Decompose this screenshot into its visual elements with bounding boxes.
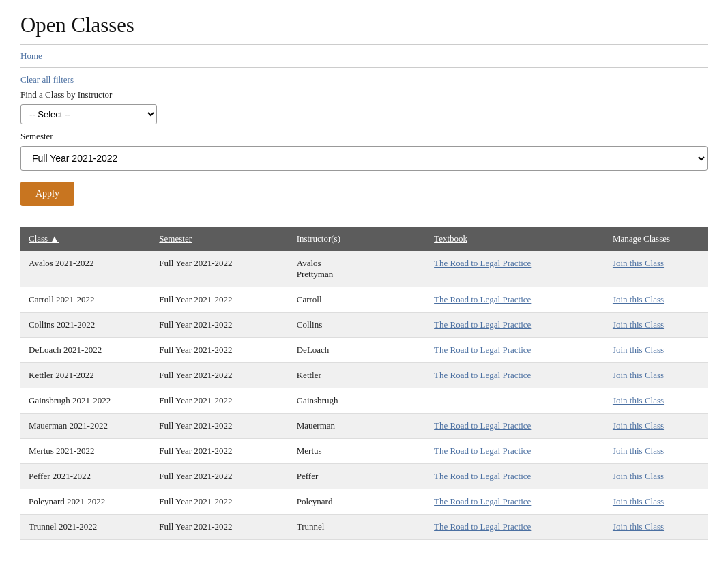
textbook-link[interactable]: The Road to Legal Practice: [434, 471, 531, 481]
cell-class: Collins 2021-2022: [20, 313, 151, 338]
col-header-class: Class ▲: [20, 227, 151, 251]
cell-class: Kettler 2021-2022: [20, 363, 151, 388]
cell-semester: Full Year 2021-2022: [151, 515, 288, 540]
cell-textbook: The Road to Legal Practice: [426, 515, 605, 540]
table-row: Avalos 2021-2022Full Year 2021-2022Avalo…: [20, 251, 708, 287]
cell-manage: Join this Class: [605, 363, 708, 388]
table-header: Class ▲ Semester Instructor(s) Textbook …: [20, 227, 708, 251]
cell-manage: Join this Class: [605, 338, 708, 363]
cell-semester: Full Year 2021-2022: [151, 338, 288, 363]
find-label: Find a Class by Instructor: [20, 89, 708, 100]
cell-textbook: The Road to Legal Practice: [426, 489, 605, 515]
cell-semester: Full Year 2021-2022: [151, 439, 288, 464]
join-class-link[interactable]: Join this Class: [613, 258, 664, 268]
col-header-textbook: Textbook: [426, 227, 605, 251]
cell-semester: Full Year 2021-2022: [151, 287, 288, 313]
cell-instructor: DeLoach: [289, 338, 426, 363]
cell-manage: Join this Class: [605, 464, 708, 489]
cell-semester: Full Year 2021-2022: [151, 388, 288, 414]
cell-textbook: The Road to Legal Practice: [426, 287, 605, 313]
col-header-manage: Manage Classes: [605, 227, 708, 251]
join-class-link[interactable]: Join this Class: [613, 370, 664, 380]
table-row: Carroll 2021-2022Full Year 2021-2022Carr…: [20, 287, 708, 313]
cell-instructor: Gainsbrugh: [289, 388, 426, 414]
col-sort-semester[interactable]: Semester: [159, 233, 192, 244]
cell-instructor: Kettler: [289, 363, 426, 388]
cell-instructor: Carroll: [289, 287, 426, 313]
cell-class: Mauerman 2021-2022: [20, 414, 151, 439]
cell-textbook: The Road to Legal Practice: [426, 251, 605, 287]
cell-textbook: The Road to Legal Practice: [426, 414, 605, 439]
cell-manage: Join this Class: [605, 439, 708, 464]
join-class-link[interactable]: Join this Class: [613, 395, 664, 405]
apply-button[interactable]: Apply: [20, 182, 74, 206]
semester-label: Semester: [20, 131, 708, 142]
table-row: Trunnel 2021-2022Full Year 2021-2022Trun…: [20, 515, 708, 540]
cell-manage: Join this Class: [605, 388, 708, 414]
semester-select[interactable]: Full Year 2021-2022: [20, 146, 708, 171]
table-row: Kettler 2021-2022Full Year 2021-2022Kett…: [20, 363, 708, 388]
cell-semester: Full Year 2021-2022: [151, 489, 288, 515]
cell-textbook: The Road to Legal Practice: [426, 363, 605, 388]
cell-semester: Full Year 2021-2022: [151, 363, 288, 388]
cell-manage: Join this Class: [605, 313, 708, 338]
cell-manage: Join this Class: [605, 414, 708, 439]
textbook-link[interactable]: The Road to Legal Practice: [434, 446, 531, 456]
page-title: Open Classes: [20, 14, 708, 38]
cell-instructor: Poleynard: [289, 489, 426, 515]
cell-instructor: Mauerman: [289, 414, 426, 439]
cell-instructor: Trunnel: [289, 515, 426, 540]
join-class-link[interactable]: Join this Class: [613, 345, 664, 355]
cell-class: Trunnel 2021-2022: [20, 515, 151, 540]
cell-manage: Join this Class: [605, 489, 708, 515]
textbook-link[interactable]: The Road to Legal Practice: [434, 345, 531, 355]
textbook-link[interactable]: The Road to Legal Practice: [434, 258, 531, 268]
textbook-link[interactable]: The Road to Legal Practice: [434, 319, 531, 330]
table-row: Poleynard 2021-2022Full Year 2021-2022Po…: [20, 489, 708, 515]
home-link[interactable]: Home: [20, 51, 42, 61]
textbook-link[interactable]: The Road to Legal Practice: [434, 420, 531, 431]
cell-semester: Full Year 2021-2022: [151, 313, 288, 338]
filter-section: Clear all filters Find a Class by Instru…: [20, 74, 708, 220]
textbook-link[interactable]: The Road to Legal Practice: [434, 370, 531, 380]
cell-semester: Full Year 2021-2022: [151, 464, 288, 489]
cell-instructor: Mertus: [289, 439, 426, 464]
cell-manage: Join this Class: [605, 251, 708, 287]
col-sort-class[interactable]: Class ▲: [29, 233, 59, 244]
cell-manage: Join this Class: [605, 287, 708, 313]
join-class-link[interactable]: Join this Class: [613, 420, 664, 431]
cell-class: Poleynard 2021-2022: [20, 489, 151, 515]
table-row: Collins 2021-2022Full Year 2021-2022Coll…: [20, 313, 708, 338]
cell-textbook: The Road to Legal Practice: [426, 439, 605, 464]
textbook-link[interactable]: The Road to Legal Practice: [434, 521, 531, 532]
join-class-link[interactable]: Join this Class: [613, 471, 664, 481]
cell-class: Mertus 2021-2022: [20, 439, 151, 464]
textbook-link[interactable]: The Road to Legal Practice: [434, 496, 531, 506]
instructor-select[interactable]: -- Select --: [20, 104, 157, 124]
textbook-link[interactable]: The Road to Legal Practice: [434, 294, 531, 304]
join-class-link[interactable]: Join this Class: [613, 294, 664, 304]
clear-filters-link[interactable]: Clear all filters: [20, 74, 708, 85]
cell-textbook: The Road to Legal Practice: [426, 464, 605, 489]
join-class-link[interactable]: Join this Class: [613, 319, 664, 330]
col-sort-textbook[interactable]: Textbook: [434, 233, 467, 244]
cell-instructor: Peffer: [289, 464, 426, 489]
cell-textbook: [426, 388, 605, 414]
table-row: DeLoach 2021-2022Full Year 2021-2022DeLo…: [20, 338, 708, 363]
join-class-link[interactable]: Join this Class: [613, 521, 664, 532]
join-class-link[interactable]: Join this Class: [613, 446, 664, 456]
table-body: Avalos 2021-2022Full Year 2021-2022Avalo…: [20, 251, 708, 540]
cell-manage: Join this Class: [605, 515, 708, 540]
col-header-semester: Semester: [151, 227, 288, 251]
cell-class: Avalos 2021-2022: [20, 251, 151, 287]
cell-textbook: The Road to Legal Practice: [426, 338, 605, 363]
cell-textbook: The Road to Legal Practice: [426, 313, 605, 338]
cell-instructor: Collins: [289, 313, 426, 338]
cell-class: DeLoach 2021-2022: [20, 338, 151, 363]
join-class-link[interactable]: Join this Class: [613, 496, 664, 506]
classes-table: Class ▲ Semester Instructor(s) Textbook …: [20, 227, 708, 540]
table-row: Peffer 2021-2022Full Year 2021-2022Peffe…: [20, 464, 708, 489]
cell-class: Gainsbrugh 2021-2022: [20, 388, 151, 414]
cell-instructor: Avalos Prettyman: [289, 251, 426, 287]
cell-semester: Full Year 2021-2022: [151, 414, 288, 439]
